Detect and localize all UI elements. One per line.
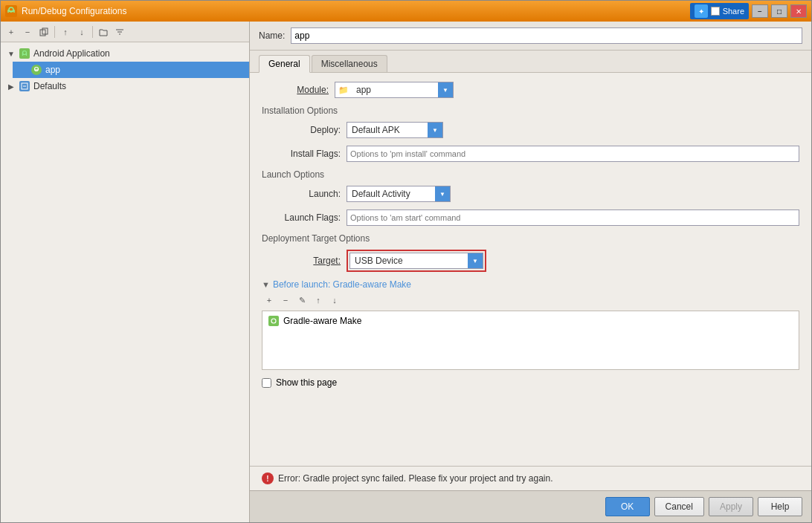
android-app-icon bbox=[19, 48, 30, 59]
launch-flags-label: Launch Flags: bbox=[274, 212, 341, 223]
module-row: Module: 📁 app ▼ bbox=[262, 82, 799, 98]
target-dropdown-wrapper: USB Device ▼ bbox=[347, 250, 486, 272]
deploy-row: Deploy: Default APK ▼ bbox=[274, 122, 799, 138]
launch-dropdown[interactable]: Default Activity ▼ bbox=[347, 186, 451, 202]
before-launch-title[interactable]: Before launch: Gradle-aware Make bbox=[273, 279, 411, 290]
before-launch-section: ▼ Before launch: Gradle-aware Make + − ✎… bbox=[262, 279, 799, 370]
title-bar-left: Run/Debug Configurations bbox=[5, 5, 126, 17]
add-config-btn[interactable]: + bbox=[4, 25, 19, 39]
module-label: Module: bbox=[262, 85, 329, 95]
before-launch-header: ▼ Before launch: Gradle-aware Make bbox=[262, 279, 799, 290]
bottom-bar: OK Cancel Apply Help bbox=[250, 490, 811, 522]
module-dropdown-arrow[interactable]: ▼ bbox=[438, 82, 453, 97]
move-down-btn[interactable]: ↓ bbox=[74, 25, 89, 39]
module-dropdown[interactable]: 📁 app ▼ bbox=[335, 82, 454, 98]
target-label: Target: bbox=[274, 256, 341, 266]
app-node-icon bbox=[30, 64, 42, 76]
config-tree: ▼ Android Application bbox=[1, 42, 249, 522]
sidebar: + − ↑ ↓ ▼ bbox=[1, 22, 250, 522]
sidebar-item-app[interactable]: app bbox=[13, 62, 249, 78]
deployment-target-label: Deployment Target Options bbox=[262, 233, 799, 244]
before-launch-toolbar: + − ✎ ↑ ↓ bbox=[262, 293, 799, 308]
launch-value: Default Activity bbox=[347, 187, 435, 201]
toolbar-separator-2 bbox=[92, 26, 93, 38]
expand-icon: ▼ bbox=[7, 49, 16, 58]
before-launch-up-btn[interactable]: ↑ bbox=[311, 293, 326, 308]
deploy-dropdown[interactable]: Default APK ▼ bbox=[347, 122, 443, 138]
deploy-dropdown-arrow[interactable]: ▼ bbox=[428, 123, 442, 137]
svg-point-16 bbox=[271, 319, 276, 323]
gradle-make-label: Gradle-aware Make bbox=[283, 316, 361, 326]
svg-point-12 bbox=[35, 68, 39, 71]
minimize-button[interactable]: − bbox=[752, 4, 768, 18]
ok-button[interactable]: OK bbox=[605, 497, 650, 516]
android-application-label: Android Application bbox=[33, 48, 110, 59]
app-expand bbox=[19, 65, 28, 74]
folder-btn[interactable] bbox=[96, 25, 111, 39]
launch-flags-input[interactable] bbox=[347, 209, 799, 226]
launch-row: Launch: Default Activity ▼ bbox=[274, 186, 799, 202]
app-label: app bbox=[45, 65, 60, 75]
run-debug-configurations-dialog: Run/Debug Configurations ✦ Share − □ ✕ +… bbox=[0, 0, 812, 523]
apply-button[interactable]: Apply bbox=[709, 497, 753, 516]
list-item: Gradle-aware Make bbox=[265, 314, 796, 328]
error-text: Error: Gradle project sync failed. Pleas… bbox=[278, 473, 553, 484]
before-launch-add-btn[interactable]: + bbox=[262, 293, 277, 308]
settings-area: Module: 📁 app ▼ Installation Options Dep… bbox=[250, 73, 811, 466]
share-area: ✦ Share bbox=[690, 3, 749, 19]
target-dropdown[interactable]: USB Device ▼ bbox=[349, 253, 483, 269]
gradle-icon bbox=[268, 316, 279, 326]
toolbar-separator-1 bbox=[54, 26, 55, 38]
copy-config-btn[interactable] bbox=[36, 25, 51, 39]
deploy-label: Deploy: bbox=[274, 125, 341, 135]
defaults-label: Defaults bbox=[33, 81, 66, 91]
error-icon: ! bbox=[262, 472, 274, 484]
install-flags-row: Install Flags: bbox=[274, 146, 799, 162]
sidebar-item-android-application[interactable]: ▼ Android Application bbox=[1, 45, 249, 62]
share-label: Share bbox=[723, 7, 744, 16]
before-launch-down-btn[interactable]: ↓ bbox=[327, 293, 342, 308]
sidebar-item-defaults[interactable]: ▶ Defaults bbox=[1, 78, 249, 94]
show-page-label: Show this page bbox=[276, 377, 337, 388]
defaults-icon bbox=[19, 80, 30, 92]
help-button[interactable]: Help bbox=[758, 497, 802, 516]
launch-dropdown-arrow[interactable]: ▼ bbox=[435, 186, 450, 201]
installation-options-label: Installation Options bbox=[262, 105, 799, 116]
module-value: app bbox=[352, 83, 438, 97]
before-launch-edit-btn[interactable]: ✎ bbox=[294, 293, 309, 308]
app-icon bbox=[5, 5, 17, 17]
tab-general[interactable]: General bbox=[259, 55, 310, 73]
title-bar: Run/Debug Configurations ✦ Share − □ ✕ bbox=[1, 1, 811, 22]
share-plugin-icon: ✦ bbox=[695, 4, 708, 18]
name-input[interactable] bbox=[291, 27, 802, 44]
defaults-expand: ▶ bbox=[7, 82, 16, 91]
main-content: + − ↑ ↓ ▼ bbox=[1, 22, 811, 522]
tab-miscellaneous[interactable]: Miscellaneous bbox=[312, 55, 387, 72]
name-row: Name: bbox=[250, 22, 811, 51]
sidebar-toolbar: + − ↑ ↓ bbox=[1, 22, 249, 42]
install-flags-input[interactable] bbox=[347, 146, 799, 162]
install-flags-label: Install Flags: bbox=[274, 149, 341, 159]
cancel-button[interactable]: Cancel bbox=[654, 497, 704, 516]
launch-label: Launch: bbox=[274, 189, 341, 199]
window-title: Run/Debug Configurations bbox=[22, 6, 126, 16]
remove-config-btn[interactable]: − bbox=[20, 25, 35, 39]
launch-options-label: Launch Options bbox=[262, 169, 799, 180]
share-checkbox[interactable] bbox=[711, 7, 720, 16]
right-panel: Name: General Miscellaneous Module: 📁 ap… bbox=[250, 22, 811, 522]
launch-flags-row: Launch Flags: bbox=[274, 209, 799, 226]
sort-btn[interactable] bbox=[112, 25, 127, 39]
target-row: Target: USB Device ▼ bbox=[274, 250, 799, 272]
name-label: Name: bbox=[259, 30, 285, 41]
svg-point-9 bbox=[23, 51, 27, 55]
maximize-button[interactable]: □ bbox=[771, 4, 787, 18]
error-bar: ! Error: Gradle project sync failed. Ple… bbox=[250, 466, 811, 490]
show-page-row: Show this page bbox=[262, 377, 799, 388]
title-bar-controls: ✦ Share − □ ✕ bbox=[690, 3, 807, 19]
close-button[interactable]: ✕ bbox=[790, 4, 807, 18]
before-launch-remove-btn[interactable]: − bbox=[278, 293, 293, 308]
show-page-checkbox[interactable] bbox=[262, 378, 271, 388]
move-up-btn[interactable]: ↑ bbox=[58, 25, 73, 39]
deploy-value: Default APK bbox=[347, 123, 428, 137]
target-dropdown-arrow[interactable]: ▼ bbox=[468, 253, 483, 268]
